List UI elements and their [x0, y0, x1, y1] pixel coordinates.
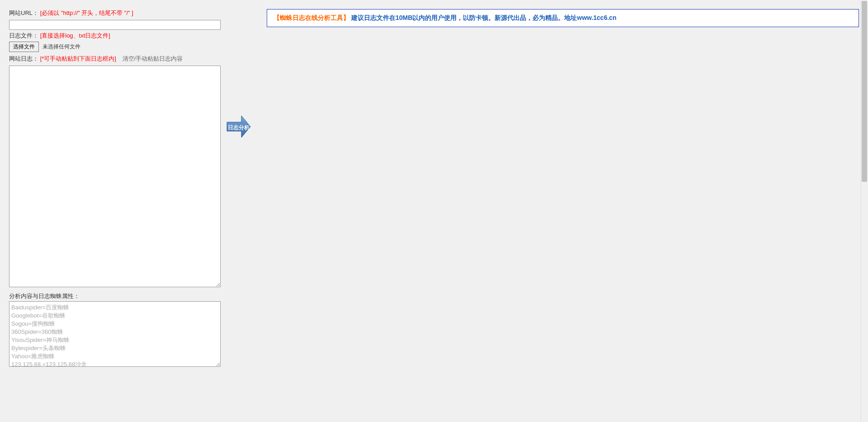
- file-row: 日志文件： [直接选择log、txt日志文件]: [9, 32, 222, 40]
- log-textarea[interactable]: [9, 66, 221, 287]
- analyze-arrow-button[interactable]: 日志分析: [226, 113, 251, 140]
- file-hint: [直接选择log、txt日志文件]: [40, 32, 110, 39]
- file-status: 未选择任何文件: [42, 43, 80, 50]
- url-input[interactable]: [9, 20, 221, 30]
- file-label: 日志文件：: [9, 32, 38, 39]
- log-clear-hint: 清空/手动粘贴日志内容: [123, 55, 183, 62]
- log-row: 网站日志： [*可手动粘贴到下面日志框内] 清空/手动粘贴日志内容: [9, 55, 222, 63]
- middle-panel: 日志分析: [226, 9, 253, 413]
- info-prefix: 【蜘蛛日志在线分析工具】: [274, 14, 349, 21]
- arrow-label: 日志分析: [228, 124, 250, 132]
- analysis-label: 分析内容与日志蜘蛛属性：: [9, 292, 222, 300]
- url-label: 网站URL：: [9, 9, 38, 16]
- page-scrollbar[interactable]: [861, 0, 868, 422]
- log-hint: [*可手动粘贴到下面日志框内]: [40, 55, 116, 62]
- right-panel: 【蜘蛛日志在线分析工具】 建议日志文件在10MB以内的用户使用，以防卡顿。新源代…: [258, 9, 859, 413]
- log-label: 网站日志：: [9, 55, 38, 62]
- file-picker-row: 选择文件 未选择任何文件: [9, 42, 222, 52]
- info-text: 建议日志文件在10MB以内的用户使用，以防卡顿。新源代出品，必为精品。地址www…: [351, 14, 617, 21]
- info-box: 【蜘蛛日志在线分析工具】 建议日志文件在10MB以内的用户使用，以防卡顿。新源代…: [267, 9, 859, 27]
- left-panel: 网站URL： [必须以 "http://" 开头，结尾不带 "/" ] 日志文件…: [9, 9, 222, 413]
- url-hint: [必须以 "http://" 开头，结尾不带 "/" ]: [40, 9, 133, 16]
- url-row: 网站URL： [必须以 "http://" 开头，结尾不带 "/" ]: [9, 9, 222, 17]
- scrollbar-thumb[interactable]: [862, 1, 867, 182]
- spider-textarea[interactable]: [9, 301, 221, 367]
- choose-file-button[interactable]: 选择文件: [9, 42, 39, 52]
